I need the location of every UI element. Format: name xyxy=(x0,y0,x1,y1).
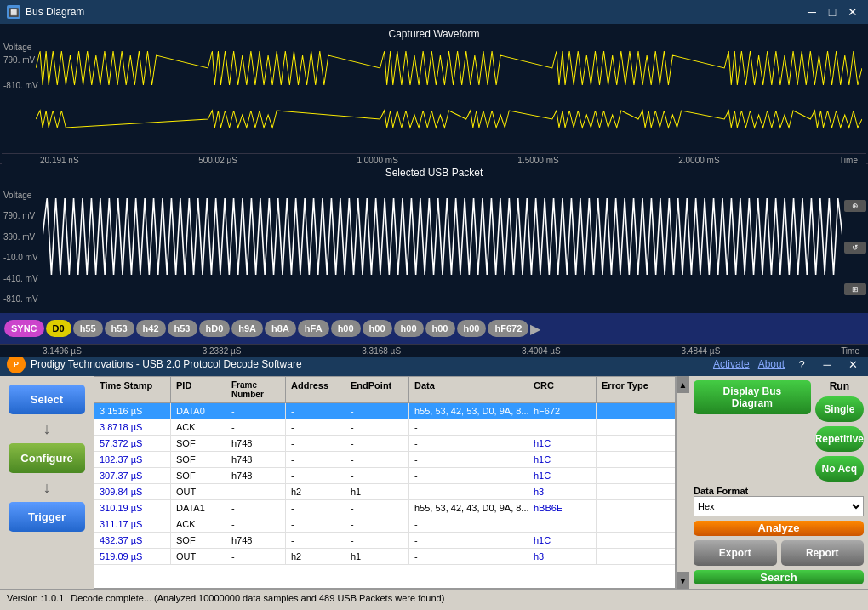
display-bus-section: Display BusDiagram xyxy=(694,380,811,414)
single-button[interactable]: Single xyxy=(815,396,864,422)
th-endpoint: EndPoint xyxy=(345,377,409,402)
th-pid: PID xyxy=(171,377,226,402)
pkt-hD0: hD0 xyxy=(199,320,231,337)
pkt-time-2: 3.2332 µS xyxy=(203,346,242,356)
left-sidebar: Select ↓ Configure ↓ Trigger xyxy=(0,376,94,589)
table-row[interactable]: 307.37 µSSOFh748---h1C xyxy=(94,468,675,484)
waveform-bottom-title: Selected USB Packet xyxy=(0,164,868,181)
display-bus-button[interactable]: Display BusDiagram xyxy=(694,380,811,414)
waveform-top-title: Captured Waveform xyxy=(2,26,866,43)
pkt-time-1: 3.1496 µS xyxy=(43,346,82,356)
packet-display-row: SYNC D0 h55 h53 h42 h53 hD0 h9A h8A hFA … xyxy=(0,313,868,344)
pkt-time-3: 3.3168 µS xyxy=(362,346,401,356)
activate-link[interactable]: Activate xyxy=(713,358,750,370)
selected-waveform: Selected USB Packet Voltage 790. mV 390.… xyxy=(0,164,868,322)
table-row[interactable]: 182.37 µSSOFh748---h1C xyxy=(94,452,675,468)
trigger-button[interactable]: Trigger xyxy=(9,502,85,532)
prodigy-links: Activate About ? ─ ✕ xyxy=(713,356,861,372)
table-scrollbar[interactable]: ▲ ▼ xyxy=(676,376,689,589)
scroll-track[interactable] xyxy=(677,393,689,572)
about-link[interactable]: About xyxy=(758,358,785,370)
pkt-h53b: h53 xyxy=(168,320,197,337)
pkt-h00d: h00 xyxy=(425,320,455,337)
minimize-button[interactable]: ─ xyxy=(803,3,820,20)
volt-low: -810. mV xyxy=(3,81,38,90)
pkt-hFA: hFA xyxy=(298,320,329,337)
th-frame: Frame Number xyxy=(226,377,286,402)
pkt-time-4: 3.4004 µS xyxy=(522,346,561,356)
configure-button[interactable]: Configure xyxy=(9,443,85,473)
prodigy-title-text: Prodigy Technovations - USB 2.0 Protocol… xyxy=(31,358,302,370)
pkt-h8A: h8A xyxy=(265,320,296,337)
arrow-down-1: ↓ xyxy=(43,421,51,436)
th-error: Error Type xyxy=(597,377,676,402)
pkt-h00e: h00 xyxy=(457,320,487,337)
pkt-h9A: h9A xyxy=(231,320,263,337)
pkt-hF672: hF672 xyxy=(488,320,528,337)
pkt-d0: D0 xyxy=(46,320,71,337)
volt-790: 790. mV xyxy=(3,211,43,220)
maximize-button[interactable]: □ xyxy=(824,3,841,20)
data-format-label: Data Format xyxy=(694,486,864,496)
voltage-label-top: Voltage xyxy=(3,43,31,52)
content-area: Select ↓ Configure ↓ Trigger Time Stamp … xyxy=(0,376,868,589)
export-button[interactable]: Export xyxy=(694,540,777,566)
table-row[interactable]: 432.37 µSSOFh748---h1C xyxy=(94,533,675,549)
table-body: 3.1516 µSDATA0---h55, 53, 42, 53, D0, 9A… xyxy=(94,403,675,579)
pkt-time-5: 3.4844 µS xyxy=(682,346,721,356)
th-timestamp: Time Stamp xyxy=(94,377,171,402)
prodigy-help-button[interactable]: ? xyxy=(793,356,810,372)
status-message: Decode complete... (Analyzed 10000000 da… xyxy=(71,593,444,603)
time-axis-bottom: 3.1496 µS 3.2332 µS 3.3168 µS 3.4004 µS … xyxy=(0,344,868,357)
volt-high: 790. mV xyxy=(3,55,35,65)
table-row[interactable]: 57.372 µSSOFh748---h1C xyxy=(94,436,675,452)
run-section: Run Single Repetitive No Acq xyxy=(815,380,864,482)
scroll-up[interactable]: ▲ xyxy=(677,376,689,393)
reset-button[interactable]: ↺ xyxy=(844,242,866,254)
pkt-sync: SYNC xyxy=(4,320,44,337)
waveform-top-canvas: Voltage 790. mV -810. mV xyxy=(2,43,866,153)
scroll-down[interactable]: ▼ xyxy=(677,572,689,589)
version-text: Version :1.0.1 xyxy=(7,593,64,603)
no-acq-button[interactable]: No Acq xyxy=(815,456,864,482)
table-row[interactable]: 310.19 µSDATA1---h55, 53, 42, 43, D0, 9A… xyxy=(94,500,675,516)
table-row[interactable]: 519.09 µSOUT-h2h1-h3 xyxy=(94,549,675,565)
time-label-bottom: Time xyxy=(841,346,859,356)
close-button[interactable]: ✕ xyxy=(844,3,861,20)
data-format-select[interactable]: Hex Decimal Binary xyxy=(694,496,864,516)
volt-minus10: -10.0 mV xyxy=(3,253,43,262)
select-button[interactable]: Select xyxy=(9,385,85,414)
pan-button[interactable]: ⊞ xyxy=(844,283,866,295)
th-address: Address xyxy=(286,377,345,402)
analyze-button[interactable]: Analyze xyxy=(694,521,864,536)
repetitive-button[interactable]: Repetitive xyxy=(815,426,864,452)
table-row[interactable]: 311.17 µSACK---- xyxy=(94,516,675,533)
volt-label-bottom: Voltage xyxy=(3,191,43,200)
report-button[interactable]: Report xyxy=(781,540,865,566)
table-row[interactable]: 3.8718 µSACK---- xyxy=(94,419,675,436)
data-format-section: Data Format Hex Decimal Binary xyxy=(694,486,864,516)
volt-minus410: -410. mV xyxy=(3,274,43,283)
table-row[interactable]: 3.1516 µSDATA0---h55, 53, 42, 53, D0, 9A… xyxy=(94,403,675,419)
captured-waveform: Captured Waveform Voltage 790. mV -810. … xyxy=(0,24,868,164)
title-bar: 🔲 Bus Diagram ─ □ ✕ xyxy=(0,0,868,24)
search-button[interactable]: Search xyxy=(694,570,864,585)
pkt-h00c: h00 xyxy=(394,320,424,337)
volt-minus810: -810. mV xyxy=(3,294,43,304)
right-top-row: Display BusDiagram Run Single Repetitive… xyxy=(694,380,864,482)
arrow-down-2: ↓ xyxy=(43,480,51,495)
prodigy-close-button[interactable]: ✕ xyxy=(844,356,861,372)
app-icon: 🔲 xyxy=(7,5,20,19)
run-label: Run xyxy=(815,380,864,392)
pkt-h00a: h00 xyxy=(331,320,361,337)
table-row[interactable]: 309.84 µSOUT-h2h1-h3 xyxy=(94,484,675,500)
pkt-h00b: h00 xyxy=(363,320,392,337)
prodigy-icon: P xyxy=(7,355,26,373)
pkt-h55: h55 xyxy=(73,320,103,337)
volt-390: 390. mV xyxy=(3,232,43,242)
pkt-h53: h53 xyxy=(105,320,134,337)
th-data: Data xyxy=(409,377,528,402)
window-controls: ─ □ ✕ xyxy=(803,3,861,20)
zoom-button[interactable]: ⊕ xyxy=(844,200,866,212)
prodigy-minimize-button[interactable]: ─ xyxy=(819,356,836,372)
